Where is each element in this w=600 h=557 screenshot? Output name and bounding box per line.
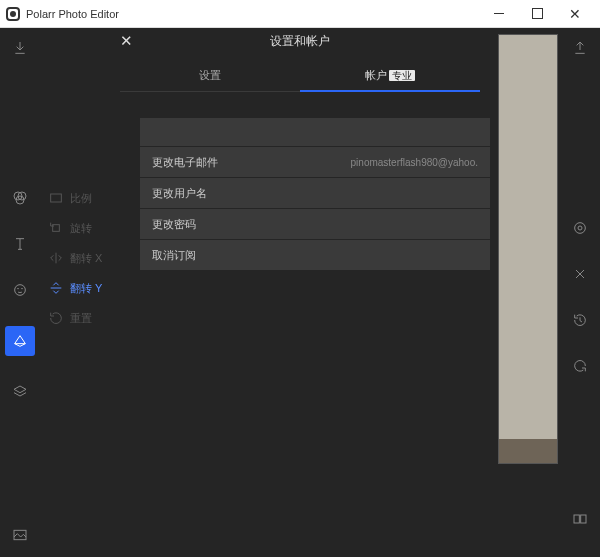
lens-icon[interactable]	[570, 218, 590, 238]
close-window-button[interactable]: ✕	[556, 1, 594, 27]
svg-point-3	[15, 285, 26, 296]
app-logo	[6, 7, 20, 21]
crop-tools: 比例 旋转 翻转 X 翻转 Y 重置	[44, 183, 124, 333]
minimize-button[interactable]	[480, 1, 518, 27]
window-controls: ✕	[480, 1, 594, 27]
row-label: 更改密码	[152, 217, 196, 232]
svg-rect-6	[51, 194, 62, 202]
account-panel: 更改电子邮件 pinomasterflash980@yahoo. 更改用户名 更…	[140, 118, 490, 271]
import-icon[interactable]	[10, 38, 30, 58]
maximize-button[interactable]	[518, 1, 556, 27]
row-value: pinomasterflash980@yahoo.	[351, 157, 478, 168]
effects-icon[interactable]	[570, 264, 590, 284]
history-icon[interactable]	[570, 310, 590, 330]
dialog-tabs: 设置 帐户专业	[120, 68, 480, 92]
svg-point-5	[22, 288, 23, 289]
text-icon[interactable]	[10, 234, 30, 254]
svg-point-4	[18, 288, 19, 289]
dialog-header: ✕ 设置和帐户	[120, 32, 480, 50]
row-cancel-subscription[interactable]: 取消订阅	[140, 240, 490, 270]
row-change-password[interactable]: 更改密码	[140, 209, 490, 239]
export-icon[interactable]	[570, 38, 590, 58]
window-title: Polarr Photo Editor	[26, 8, 119, 20]
tool-label: 旋转	[70, 221, 92, 236]
canvas-image	[498, 34, 558, 464]
tab-account[interactable]: 帐户专业	[300, 68, 480, 91]
tool-reset[interactable]: 重置	[44, 303, 124, 333]
gallery-icon[interactable]	[12, 527, 28, 547]
panel-header	[140, 118, 490, 146]
tab-label: 设置	[199, 69, 221, 81]
tool-label: 重置	[70, 311, 92, 326]
tab-settings[interactable]: 设置	[120, 68, 300, 91]
tool-label: 翻转 Y	[70, 281, 102, 296]
row-label: 更改用户名	[152, 186, 207, 201]
tool-flip-y[interactable]: 翻转 Y	[44, 273, 124, 303]
row-change-email[interactable]: 更改电子邮件 pinomasterflash980@yahoo.	[140, 147, 490, 177]
tool-label: 比例	[70, 191, 92, 206]
tab-label: 帐户	[365, 69, 387, 81]
undo-icon[interactable]	[570, 356, 590, 376]
left-rail	[0, 28, 40, 557]
tool-label: 翻转 X	[70, 251, 102, 266]
pro-badge: 专业	[389, 70, 415, 81]
row-change-username[interactable]: 更改用户名	[140, 178, 490, 208]
layers-icon[interactable]	[10, 382, 30, 402]
compare-icon[interactable]	[572, 511, 588, 531]
titlebar: Polarr Photo Editor ✕	[0, 0, 600, 28]
color-icon[interactable]	[10, 188, 30, 208]
row-label: 更改电子邮件	[152, 155, 218, 170]
svg-rect-11	[574, 515, 579, 523]
crop-icon[interactable]	[5, 326, 35, 356]
right-rail	[560, 28, 600, 557]
tool-flip-x[interactable]: 翻转 X	[44, 243, 124, 273]
svg-point-8	[575, 223, 586, 234]
svg-point-9	[578, 226, 582, 230]
tool-ratio[interactable]: 比例	[44, 183, 124, 213]
app-body: 比例 旋转 翻转 X 翻转 Y 重置 ✕ 设置和帐户	[0, 28, 600, 557]
tool-rotate[interactable]: 旋转	[44, 213, 124, 243]
row-label: 取消订阅	[152, 248, 196, 263]
face-icon[interactable]	[10, 280, 30, 300]
svg-rect-12	[581, 515, 586, 523]
dialog-title: 设置和帐户	[144, 33, 456, 50]
dialog-close-button[interactable]: ✕	[120, 32, 144, 50]
